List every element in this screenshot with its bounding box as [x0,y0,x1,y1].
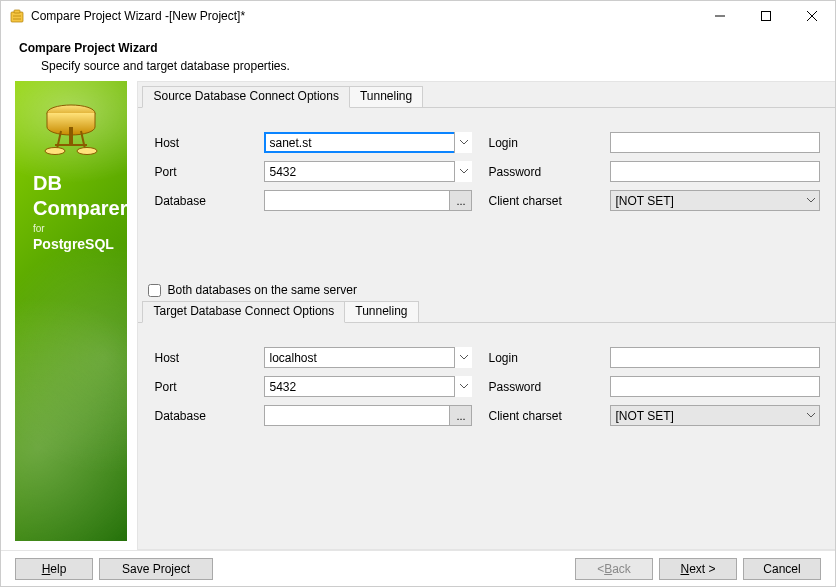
source-panel: Host Login Port [138,107,835,277]
target-password-label: Password [488,380,594,394]
brand-line-4: PostgreSQL [33,236,127,254]
target-panel: Host Login Port [138,322,835,492]
title-bar: Compare Project Wizard -[New Project]* [1,1,835,31]
source-password-label: Password [488,165,594,179]
source-database-input[interactable] [264,190,450,211]
source-login-label: Login [488,136,594,150]
svg-rect-1 [14,10,20,13]
target-host-label: Host [154,351,248,365]
target-port-dropdown-icon[interactable] [454,376,472,397]
wizard-body: DB Comparer for PostgreSQL Source Databa… [1,81,835,550]
brand-line-1: DB [33,171,127,196]
target-login-label: Login [488,351,594,365]
source-port-dropdown-icon[interactable] [454,161,472,182]
window-root: Compare Project Wizard -[New Project]* C… [0,0,836,587]
target-charset-dropdown-icon[interactable] [802,405,820,426]
brand-logo-icon [39,99,103,163]
help-button[interactable]: Help [15,558,93,580]
tab-source-tunneling[interactable]: Tunneling [349,86,423,108]
target-host-dropdown-icon[interactable] [454,347,472,368]
source-charset-dropdown-icon[interactable] [802,190,820,211]
source-charset-label: Client charset [488,194,594,208]
svg-rect-6 [69,127,73,145]
source-charset-select[interactable]: [NOT SET] [610,190,820,211]
tab-target-tunneling[interactable]: Tunneling [344,301,418,323]
source-login-input[interactable] [610,132,820,153]
source-tabs: Source Database Connect Options Tunnelin… [142,86,832,108]
source-database-label: Database [154,194,248,208]
brand-text: DB Comparer for PostgreSQL [15,171,127,253]
svg-rect-2 [762,12,771,21]
save-project-button[interactable]: Save Project [99,558,213,580]
svg-point-4 [45,148,65,155]
wizard-subtitle: Specify source and target database prope… [41,59,817,73]
svg-rect-0 [11,12,23,22]
same-server-label: Both databases on the same server [167,283,356,297]
next-button[interactable]: Next > [659,558,737,580]
minimize-button[interactable] [697,1,743,31]
target-charset-select[interactable]: [NOT SET] [610,405,820,426]
brand-sidebar: DB Comparer for PostgreSQL [15,81,127,541]
target-login-input[interactable] [610,347,820,368]
source-host-label: Host [154,136,248,150]
same-server-row: Both databases on the same server [138,277,835,297]
close-button[interactable] [789,1,835,31]
wizard-title: Compare Project Wizard [19,41,817,55]
source-host-input[interactable] [264,132,472,153]
target-host-input[interactable] [264,347,472,368]
brand-line-2: Comparer [33,196,127,221]
same-server-checkbox[interactable] [148,284,161,297]
back-button[interactable]: < Back [575,558,653,580]
target-database-label: Database [154,409,248,423]
target-database-input[interactable] [264,405,450,426]
main-panel: Source Database Connect Options Tunnelin… [137,81,835,550]
source-password-input[interactable] [610,161,820,182]
target-database-browse-button[interactable]: ... [450,405,472,426]
tab-target-connect[interactable]: Target Database Connect Options [142,301,345,323]
source-port-input[interactable] [264,161,472,182]
app-icon [9,8,25,24]
svg-point-5 [77,148,97,155]
source-database-browse-button[interactable]: ... [450,190,472,211]
target-password-input[interactable] [610,376,820,397]
cancel-button[interactable]: Cancel [743,558,821,580]
wizard-footer: Help Save Project < Back Next > Cancel [1,550,835,586]
brand-line-3: for [33,223,127,236]
wizard-header: Compare Project Wizard Specify source an… [1,31,835,81]
maximize-button[interactable] [743,1,789,31]
target-port-label: Port [154,380,248,394]
tab-source-connect[interactable]: Source Database Connect Options [142,86,349,108]
target-charset-label: Client charset [488,409,594,423]
source-port-label: Port [154,165,248,179]
target-port-input[interactable] [264,376,472,397]
source-host-dropdown-icon[interactable] [454,132,472,153]
window-title: Compare Project Wizard -[New Project]* [31,9,697,23]
target-tabs: Target Database Connect Options Tunnelin… [142,301,832,323]
